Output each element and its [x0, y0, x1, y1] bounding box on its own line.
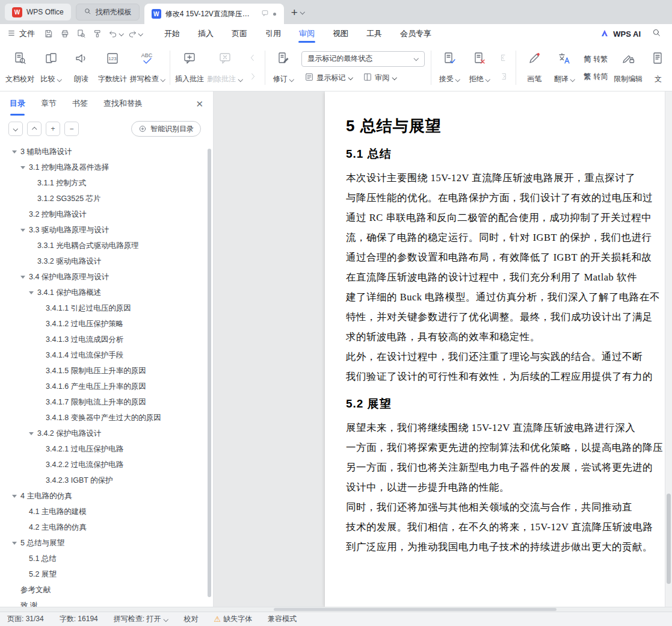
- toc-item[interactable]: 参考文献: [0, 582, 213, 598]
- redo-caret-icon[interactable]: [138, 31, 143, 37]
- zoom-in-toc-button[interactable]: +: [46, 122, 60, 136]
- toc-item[interactable]: 3.4.1.2 过电压保护策略: [0, 316, 213, 332]
- expand-triangle-icon[interactable]: [20, 229, 29, 232]
- toc-item[interactable]: 3.4.1.6 产生电压上升率的原因: [0, 379, 213, 394]
- toc-item[interactable]: 3.4.2 保护电路设计: [0, 426, 213, 441]
- toc-item[interactable]: 5.1 总结: [0, 551, 213, 566]
- toc-item[interactable]: 4.2 主电路的仿真: [0, 519, 213, 535]
- zoom-out-toc-button[interactable]: −: [64, 122, 79, 136]
- spell-check-status[interactable]: 拼写检查: 打开: [114, 614, 168, 624]
- toc-item[interactable]: 致 谢: [0, 598, 213, 607]
- toc-item[interactable]: 3.4.2.2 过电流保护电路: [0, 457, 213, 473]
- word-count-button[interactable]: 123 字数统计: [96, 47, 129, 88]
- to-simplified-button[interactable]: 繁转简: [581, 70, 611, 83]
- doc-proofread-button[interactable]: 文档校对: [4, 47, 36, 88]
- sidebar-tab[interactable]: 书签: [72, 91, 88, 116]
- search-icon[interactable]: [652, 28, 661, 40]
- horizontal-scrollbar[interactable]: [0, 607, 672, 612]
- toc-item[interactable]: 3.4.2.3 IGBT 的保护: [0, 473, 213, 488]
- toc-item[interactable]: 3.4.1.8 变换器中产生过大的的原因: [0, 410, 213, 426]
- spell-check-button[interactable]: ABC 拼写检查: [129, 47, 167, 88]
- toc-item[interactable]: 3.4.1.5 限制电压上升率的原因: [0, 363, 213, 379]
- undo-caret-icon[interactable]: [119, 31, 124, 37]
- toc-item[interactable]: 3.1.1 控制方式: [0, 175, 213, 191]
- toc-item[interactable]: 3.4.1.4 过电流保护手段: [0, 347, 213, 363]
- restrict-edit-button[interactable]: 限制编辑: [612, 47, 644, 88]
- proofread-status[interactable]: 校对: [183, 614, 198, 624]
- redo-button[interactable]: [128, 29, 143, 39]
- expand-triangle-icon[interactable]: [20, 276, 29, 279]
- read-aloud-button[interactable]: 朗读: [66, 47, 96, 88]
- menu-tab[interactable]: 会员专享: [391, 24, 440, 43]
- document-page[interactable]: 5 总结与展望 5.1 总结 本次设计主要围绕 15V-12V 直流降压斩波电路…: [325, 91, 672, 607]
- close-sidebar-icon[interactable]: ✕: [196, 99, 203, 110]
- menu-tab[interactable]: 引用: [256, 24, 290, 43]
- sidebar-tab[interactable]: 目录: [10, 91, 25, 116]
- toc-item[interactable]: 3.1 控制电路及器件选择: [0, 160, 213, 175]
- new-tab-caret-icon[interactable]: [300, 10, 306, 15]
- save-button[interactable]: [41, 27, 56, 40]
- comment-bubble-icon[interactable]: [261, 9, 269, 19]
- accept-button[interactable]: 接受: [434, 47, 464, 88]
- horizontal-scrollbar-thumb[interactable]: [274, 608, 556, 611]
- vertical-scrollbar[interactable]: [665, 91, 672, 607]
- delete-comment-button[interactable]: 删除批注: [206, 47, 244, 88]
- toc-item[interactable]: 3.1.2 SG3525 芯片: [0, 191, 213, 206]
- new-tab-button[interactable]: +: [291, 7, 298, 18]
- format-painter-button[interactable]: [90, 27, 105, 40]
- menu-tab[interactable]: 视图: [324, 24, 357, 43]
- translate-button[interactable]: 翻译: [549, 47, 579, 88]
- sidebar-scrollbar-thumb[interactable]: [208, 149, 211, 597]
- insert-comment-button[interactable]: 插入批注: [173, 47, 206, 88]
- collapse-all-button[interactable]: [8, 122, 23, 136]
- previous-comment-button[interactable]: [245, 52, 260, 66]
- toc-item[interactable]: 4.1 主电路的建模: [0, 504, 213, 519]
- next-comment-button[interactable]: [245, 70, 260, 84]
- toc-item[interactable]: 3.4.1.3 过电流成因分析: [0, 332, 213, 347]
- track-changes-button[interactable]: 修订: [268, 47, 298, 88]
- file-menu-button[interactable]: 文件: [7, 28, 35, 39]
- expand-triangle-icon[interactable]: [12, 150, 20, 153]
- toc-item[interactable]: 3.3.1 光电耦合式驱动电路原理: [0, 238, 213, 253]
- print-button[interactable]: [57, 27, 72, 40]
- expand-triangle-icon[interactable]: [29, 291, 37, 294]
- toc-item[interactable]: 3.4.1.7 限制电流上升率的原因: [0, 394, 213, 410]
- sidebar-tab[interactable]: 章节: [41, 91, 57, 116]
- toc-item[interactable]: 3.4 保护电路原理与设计: [0, 269, 213, 285]
- review-pane-button[interactable]: 审阅: [360, 71, 400, 85]
- wps-ai-button[interactable]: WPS AI: [600, 28, 641, 40]
- pen-button[interactable]: 画笔: [519, 47, 549, 88]
- menu-tab[interactable]: 工具: [357, 24, 391, 43]
- toc-item[interactable]: 3.4.1 保护电路概述: [0, 285, 213, 300]
- expand-all-button[interactable]: [27, 122, 42, 136]
- toc-item[interactable]: 3.4.1.1 引起过电压的原因: [0, 300, 213, 316]
- missing-font-warning[interactable]: ⚠缺失字体: [214, 614, 252, 624]
- menu-tab[interactable]: 审阅: [290, 24, 324, 43]
- vertical-scrollbar-thumb[interactable]: [667, 494, 671, 584]
- to-traditional-button[interactable]: 简转繁: [581, 53, 611, 66]
- toc-item[interactable]: 3 辅助电路设计: [0, 144, 213, 160]
- toc-item[interactable]: 3.3 驱动电路原理与设计: [0, 222, 213, 238]
- sidebar-tab[interactable]: 查找和替换: [103, 91, 143, 116]
- expand-triangle-icon[interactable]: [29, 432, 37, 435]
- toc-item[interactable]: 3.4.2.1 过电压保护电路: [0, 441, 213, 457]
- menu-tab[interactable]: 开始: [155, 24, 189, 43]
- word-count-status[interactable]: 字数: 16194: [60, 614, 98, 624]
- reject-button[interactable]: 拒绝: [464, 47, 495, 88]
- menu-tab[interactable]: 页面: [223, 24, 256, 43]
- toc-item[interactable]: 4 主电路的仿真: [0, 488, 213, 504]
- toc-item[interactable]: 5 总结与展望: [0, 535, 213, 551]
- expand-triangle-icon[interactable]: [12, 542, 20, 545]
- show-markup-button[interactable]: 显示标记: [301, 71, 356, 85]
- toc-item[interactable]: 5.2 展望: [0, 566, 213, 582]
- smart-toc-button[interactable]: 智能识别目录: [131, 121, 201, 137]
- document-tab[interactable]: W 修改4 15V-12V直流降压斩波...: [144, 4, 284, 24]
- wps-home-tab[interactable]: W WPS Office: [5, 4, 71, 20]
- next-revision-button[interactable]: [496, 70, 511, 84]
- expand-triangle-icon[interactable]: [12, 495, 20, 498]
- compare-button[interactable]: 比较: [36, 47, 66, 88]
- menu-tab[interactable]: 插入: [189, 24, 223, 43]
- doc-permission-button[interactable]: 文: [644, 47, 672, 88]
- previous-revision-button[interactable]: [496, 52, 511, 66]
- undo-button[interactable]: [108, 29, 124, 39]
